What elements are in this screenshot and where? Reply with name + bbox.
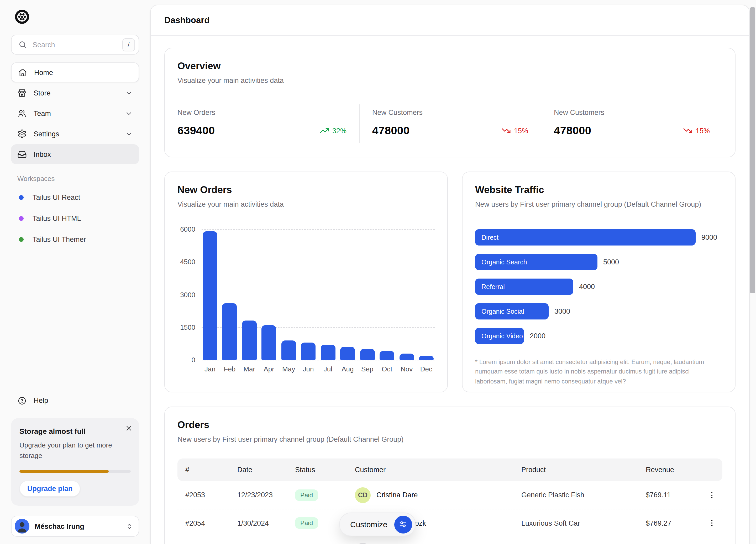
workspace-item-tailus-ui-react[interactable]: Tailus UI React (11, 187, 139, 208)
order-date: 1/30/2024 (237, 519, 295, 527)
workspace-item-tailus-ui-html[interactable]: Tailus UI HTML (11, 208, 139, 229)
y-tick-label: 3000 (180, 290, 195, 298)
page-title: Dashboard (164, 15, 209, 25)
user-menu[interactable]: Méschac Irung (11, 516, 139, 537)
sidebar-item-label: Inbox (34, 150, 51, 158)
overview-stat: New Customers 478000 15% (359, 104, 541, 143)
x-tick-label: Nov (399, 365, 414, 373)
x-tick-label: Mar (242, 365, 257, 373)
traffic-bar-value: 5000 (603, 258, 619, 266)
sidebar-nav: Home Store Team Settings (11, 62, 139, 164)
stat-delta: 15% (501, 126, 528, 135)
avatar (15, 519, 29, 534)
overview-title: Overview (177, 60, 722, 72)
search-box[interactable]: / (11, 35, 139, 55)
y-tick-label: 6000 (180, 225, 195, 233)
inbox-icon (17, 150, 27, 159)
row-menu-icon[interactable] (706, 517, 718, 529)
order-revenue: $769.27 (646, 519, 706, 527)
stat-delta-value: 15% (514, 127, 528, 135)
stat-value: 639400 (177, 124, 215, 137)
workspace-dot (19, 195, 24, 200)
bar-feb (222, 303, 237, 360)
x-tick-label: Jul (321, 365, 335, 373)
sidebar-item-settings[interactable]: Settings (11, 124, 139, 144)
scrollbar-thumb[interactable] (750, 7, 755, 293)
user-name: Méschac Irung (35, 522, 84, 530)
workspace-item-tailus-ui-themer[interactable]: Tailus UI Themer (11, 229, 139, 250)
sidebar-item-label: Team (34, 109, 51, 117)
y-tick-label: 1500 (180, 323, 195, 331)
bar-apr (262, 325, 276, 360)
sidebar-item-store[interactable]: Store (11, 83, 139, 103)
vertical-scrollbar[interactable] (750, 5, 756, 544)
traffic-bar-row: Referral4000 (475, 278, 722, 295)
traffic-bars: Direct9000Organic Search5000Referral4000… (475, 229, 722, 344)
traffic-bar-row: Organic Social3000 (475, 303, 722, 319)
traffic-bar-row: Direct9000 (475, 229, 722, 246)
order-id: #2054 (185, 519, 237, 527)
website-traffic-card: Website Traffic New users by First user … (462, 172, 736, 392)
order-date: 12/23/2023 (237, 491, 295, 499)
x-tick-label: Jan (203, 365, 217, 373)
search-input[interactable] (31, 40, 118, 49)
row-menu-icon[interactable] (706, 489, 718, 501)
workspaces-list: Tailus UI React Tailus UI HTML Tailus UI… (11, 187, 139, 250)
workspaces-heading: Workspaces (11, 175, 139, 183)
search-shortcut-key: / (122, 38, 135, 51)
overview-subtitle: Visualize your main activities data (177, 77, 722, 85)
sidebar-item-home[interactable]: Home (11, 62, 139, 82)
table-row: #2054 1/30/2024 Paid CW Chester Wisozk L… (177, 509, 722, 537)
column-header-id: # (185, 466, 237, 474)
chart-bars (202, 229, 435, 360)
website-traffic-subtitle: New users by First user primary channel … (475, 201, 722, 208)
bar-sep (360, 349, 375, 360)
traffic-bar-value: 2000 (530, 332, 545, 340)
x-tick-label: May (281, 365, 296, 373)
sidebar-item-label: Home (34, 69, 53, 76)
storage-progress-fill (19, 470, 108, 473)
trending-down-icon (501, 126, 511, 135)
customize-label: Customize (350, 520, 387, 529)
bar-nov (399, 353, 414, 360)
close-icon[interactable] (125, 424, 133, 432)
main-panel: Dashboard Overview Visualize your main a… (150, 5, 750, 544)
stat-value: 478000 (554, 124, 591, 137)
avatar: CD (355, 487, 371, 503)
stat-label: New Orders (177, 109, 347, 117)
new-orders-chart-card: New Orders Visualize your main activitie… (164, 172, 448, 392)
y-tick-label: 0 (192, 356, 195, 364)
bar-may (281, 340, 296, 360)
new-orders-chart-subtitle: Visualize your main activities data (177, 201, 435, 208)
x-tick-label: Dec (419, 365, 434, 373)
sidebar-item-team[interactable]: Team (11, 103, 139, 123)
charts-row: New Orders Visualize your main activitie… (164, 172, 736, 392)
x-tick-label: Aug (340, 365, 355, 373)
stat-delta: 15% (683, 126, 710, 135)
orders-table: # Date Status Customer Product Revenue #… (177, 458, 722, 544)
sidebar: / Home Store Team (0, 0, 150, 544)
customer-name: Cristina Dare (376, 491, 418, 499)
bar-chart: 60004500300015000 (177, 229, 435, 360)
order-product: Luxurious Soft Car (521, 519, 646, 527)
sidebar-item-inbox[interactable]: Inbox (11, 144, 139, 164)
traffic-footnote: * Lorem ipsum dolor sit amet consectetur… (475, 357, 722, 386)
page-header: Dashboard (151, 5, 749, 36)
stat-label: New Customers (372, 109, 528, 117)
workspace-label: Tailus UI HTML (33, 214, 81, 222)
bar-jan (203, 231, 217, 360)
order-product: Generic Plastic Fish (521, 491, 646, 499)
chart-plot-area (202, 229, 435, 360)
new-orders-chart-title: New Orders (177, 184, 435, 196)
stat-delta-value: 32% (332, 127, 347, 135)
chevrons-up-down-icon (125, 522, 133, 530)
sidebar-spacer (11, 250, 139, 390)
x-tick-label: Oct (380, 365, 394, 373)
y-tick-label: 4500 (180, 258, 195, 266)
help-button[interactable]: Help (11, 390, 139, 410)
orders-card: Orders New users by First user primary c… (164, 406, 736, 544)
customize-button[interactable]: Customize (339, 513, 416, 536)
table-row: #2055 6/8/2024 Paid PK Paulette Kovacek … (177, 537, 722, 544)
upgrade-plan-button[interactable]: Upgrade plan (19, 480, 81, 497)
chevron-down-icon (125, 89, 133, 97)
